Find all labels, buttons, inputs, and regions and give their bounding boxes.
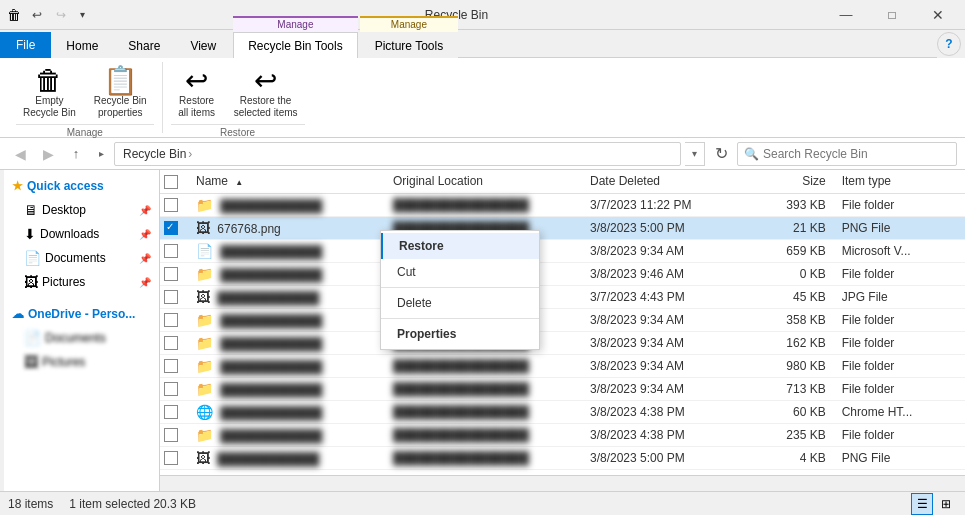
file-list-container: Name ▲ Original Location Date Deleted Si… <box>160 170 965 475</box>
context-item-delete[interactable]: Delete <box>381 290 539 316</box>
downloads-pin-icon: 📌 <box>139 229 151 240</box>
address-bar: ◀ ▶ ↑ ▸ Recycle Bin › ▾ ↻ 🔍 <box>0 138 965 170</box>
header-checkbox[interactable] <box>164 175 178 189</box>
row-checkbox[interactable] <box>164 428 178 442</box>
address-dropdown[interactable]: ▾ <box>685 142 705 166</box>
col-header-size[interactable]: Size <box>746 170 834 193</box>
col-header-checkbox[interactable] <box>160 170 188 193</box>
file-type: Microsoft V... <box>834 239 965 262</box>
file-size: 235 KB <box>746 423 834 446</box>
tab-recycle-bin-tools[interactable]: Recycle Bin Tools <box>233 32 358 58</box>
ribbon-help[interactable]: ? <box>937 32 961 56</box>
search-box[interactable]: 🔍 <box>737 142 957 166</box>
back-button[interactable]: ◀ <box>8 142 32 166</box>
context-separator-1 <box>381 287 539 288</box>
details-view-button[interactable]: ☰ <box>911 493 933 515</box>
forward-button[interactable]: ▶ <box>36 142 60 166</box>
file-date: 3/8/2023 5:00 PM <box>582 446 746 469</box>
file-table: Name ▲ Original Location Date Deleted Si… <box>160 170 965 470</box>
large-icons-view-button[interactable]: ⊞ <box>935 493 957 515</box>
refresh-button[interactable]: ↻ <box>709 142 733 166</box>
row-checkbox[interactable] <box>164 359 178 373</box>
table-row[interactable]: 📁 ████████████ ████████████████ 3/8/2023… <box>160 331 965 354</box>
address-path[interactable]: Recycle Bin › <box>114 142 681 166</box>
row-checkbox[interactable] <box>164 336 178 350</box>
documents-pin-icon: 📌 <box>139 253 151 264</box>
table-header-row: Name ▲ Original Location Date Deleted Si… <box>160 170 965 193</box>
qat-undo[interactable]: ↩ <box>26 4 48 26</box>
close-button[interactable]: ✕ <box>915 0 961 30</box>
file-date: 3/8/2023 4:38 PM <box>582 423 746 446</box>
status-info: 18 items 1 item selected 20.3 KB <box>8 497 196 511</box>
sidebar-item-onedrive-pictures[interactable]: 🖼 Pictures <box>4 350 159 374</box>
file-date: 3/8/2023 9:34 AM <box>582 239 746 262</box>
col-header-type[interactable]: Item type <box>834 170 965 193</box>
horizontal-scrollbar[interactable] <box>160 475 965 491</box>
row-checkbox[interactable] <box>164 267 178 281</box>
table-row[interactable]: 🖼 ████████████ ████████████████ 3/8/2023… <box>160 446 965 469</box>
search-input[interactable] <box>763 147 950 161</box>
restore-all-button[interactable]: ↩ Restoreall items <box>171 62 223 124</box>
tab-file[interactable]: File <box>0 32 51 58</box>
sidebar-item-pictures[interactable]: 🖼 Pictures 📌 <box>4 270 159 294</box>
file-size: 358 KB <box>746 308 834 331</box>
file-date: 3/8/2023 9:34 AM <box>582 331 746 354</box>
context-item-properties[interactable]: Properties <box>381 321 539 347</box>
table-row[interactable]: 🌐 ████████████ ████████████████ 3/8/2023… <box>160 400 965 423</box>
context-item-restore[interactable]: Restore <box>381 233 539 259</box>
table-row[interactable]: 📁 ████████████ ████████████████ 3/7/2023… <box>160 193 965 216</box>
row-checkbox[interactable] <box>164 244 178 258</box>
sidebar-item-downloads[interactable]: ⬇ Downloads 📌 <box>4 222 159 246</box>
maximize-button[interactable]: □ <box>869 0 915 30</box>
onedrive-icon: ☁ <box>12 307 24 321</box>
row-checkbox[interactable] <box>164 198 178 212</box>
row-checkbox[interactable] <box>164 382 178 396</box>
restore-selected-button[interactable]: ↩ Restore theselected items <box>227 62 305 124</box>
row-checkbox[interactable]: ✓ <box>164 221 178 235</box>
table-row[interactable]: 📁 ████████████ ████████████████ 3/8/2023… <box>160 423 965 446</box>
col-header-date[interactable]: Date Deleted <box>582 170 746 193</box>
context-item-cut[interactable]: Cut <box>381 259 539 285</box>
recycle-bin-tab-group: Manage Recycle Bin Tools <box>233 16 358 58</box>
file-type: File folder <box>834 331 965 354</box>
row-checkbox[interactable] <box>164 405 178 419</box>
table-row[interactable]: ✓ 🖼 676768.png ████████████████ 3/8/2023… <box>160 216 965 239</box>
file-location: ████████████████ <box>393 451 529 465</box>
empty-recycle-bin-button[interactable]: 🗑 EmptyRecycle Bin <box>16 62 83 124</box>
sidebar-item-desktop[interactable]: 🖥 Desktop 📌 <box>4 198 159 222</box>
recycle-bin-properties-button[interactable]: 📋 Recycle Binproperties <box>87 62 154 124</box>
table-row[interactable]: 📄 ████████████ ████████████████ 3/8/2023… <box>160 239 965 262</box>
tab-share[interactable]: Share <box>113 32 175 58</box>
file-location: ████████████████ <box>393 198 529 212</box>
minimize-button[interactable]: — <box>823 0 869 30</box>
tab-home[interactable]: Home <box>51 32 113 58</box>
tab-view[interactable]: View <box>175 32 231 58</box>
picture-tab-group: Manage Picture Tools <box>360 16 458 58</box>
nav-section-quick-access: ★ Quick access 🖥 Desktop 📌 ⬇ Downloads 📌… <box>0 174 159 294</box>
file-name: ████████████ <box>220 429 322 443</box>
qat-customize[interactable]: ▾ <box>74 4 90 26</box>
row-checkbox[interactable] <box>164 290 178 304</box>
file-date: 3/8/2023 9:34 AM <box>582 377 746 400</box>
col-header-location[interactable]: Original Location <box>385 170 582 193</box>
row-checkbox[interactable] <box>164 313 178 327</box>
file-location: ████████████████ <box>393 405 529 419</box>
up-button[interactable]: ↑ <box>64 142 88 166</box>
qat-redo[interactable]: ↪ <box>50 4 72 26</box>
table-row[interactable]: 📁 ████████████ ████████████████ 3/8/2023… <box>160 377 965 400</box>
nav-header-quick-access[interactable]: ★ Quick access <box>4 174 159 198</box>
sidebar-item-documents[interactable]: 📄 Documents 📌 <box>4 246 159 270</box>
table-row[interactable]: 📁 ████████████ ████████████████ 3/8/2023… <box>160 308 965 331</box>
file-icon: 📁 <box>196 266 213 282</box>
recent-locations-button[interactable]: ▸ <box>92 142 110 166</box>
table-row[interactable]: 🖼 ████████████ ████████████████ 3/7/2023… <box>160 285 965 308</box>
tab-picture-tools[interactable]: Picture Tools <box>360 32 458 58</box>
table-row[interactable]: 📁 ████████████ ████████████████ 3/8/2023… <box>160 354 965 377</box>
ribbon-buttons-manage: 🗑 EmptyRecycle Bin 📋 Recycle Binproperti… <box>16 62 154 124</box>
col-header-name[interactable]: Name ▲ <box>188 170 385 193</box>
sidebar-item-onedrive-documents[interactable]: 📄 Documents <box>4 326 159 350</box>
file-icon: 📁 <box>196 312 213 328</box>
row-checkbox[interactable] <box>164 451 178 465</box>
nav-header-onedrive[interactable]: ☁ OneDrive - Perso... <box>4 302 159 326</box>
table-row[interactable]: 📁 ████████████ ████████████████ 3/8/2023… <box>160 262 965 285</box>
